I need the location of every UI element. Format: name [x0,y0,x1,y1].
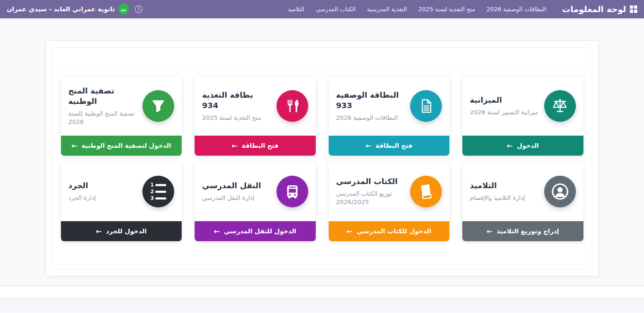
card-body: التلاميذ إدارة التلاميذ والإقسام [462,162,583,221]
card-action-label: الدخول [517,142,539,149]
card-action-label: الدخول للجرد [106,227,147,235]
card-title: الجرد [68,181,137,191]
card-body: الكتاب المدرسي توزيع الكتاب المدرسي 2026… [329,162,450,221]
card-action-label: الدخول للنقل المدرسي [224,227,296,235]
card-body: البطاقة الوصفية 933 البطاقات الوصفية 202… [329,76,450,136]
card-title: بطاقة التغذية 934 [202,90,271,111]
card-icon-circle [544,176,576,207]
page-background: الميزانية ميزانية التسيير لسنة 2026 الدخ… [0,18,644,286]
card-body: الميزانية ميزانية التسيير لسنة 2026 [462,76,583,136]
card-school-book: الكتاب المدرسي توزيع الكتاب المدرسي 2026… [329,162,450,241]
nav-item-students[interactable]: التلاميذ [288,6,304,13]
card-subtitle: إدارة الجرد [68,194,137,202]
card-subtitle: إدارة النقل المدرسي [202,194,271,202]
card-icon-circle [410,90,442,122]
card-title: الكتاب المدرسي [336,177,405,187]
card-subtitle: منح التغذية لسنة 2025 [202,114,271,122]
numbered-list-icon: 1 2 3 [150,182,166,201]
card-icon-circle [544,90,576,122]
card-title: التلاميذ [470,181,539,191]
card-subtitle: تصفية المنح الوطنية للسنة 2026 [68,109,137,126]
card-action-label: فتح البطاقة [242,142,279,149]
dashboard-grid-icon [630,5,637,13]
document-icon [418,98,434,114]
card-action-label: الدخول لتصفية المنح الوطنية [81,142,171,149]
nav-item-feeding-grants[interactable]: منح التغذية لسنة 2025 [418,6,475,13]
arrow-left-icon: ← [232,141,238,150]
clock-icon[interactable] [134,5,143,14]
card-action-button[interactable]: فتح البطاقة ← [195,136,316,156]
card-action-label: فتح البطاقة [375,142,412,149]
card-title: البطاقة الوصفية 933 [336,90,405,111]
card-title: النقل المدرسي [202,181,271,191]
card-body: تصفية المنح الوطنية تصفية المنح الوطنية … [61,76,182,136]
school-selector[interactable]: ث ثانوية عمراني العابد - سيدي عمران [7,4,129,15]
nav-item-school-feeding[interactable]: التغذية المدرسية [367,6,407,13]
modules-card-header [53,48,592,66]
modules-grid: الميزانية ميزانية التسيير لسنة 2026 الدخ… [53,66,592,252]
user-circle-icon [551,182,569,201]
card-icon-circle [410,176,442,207]
card-text: التلاميذ إدارة التلاميذ والإقسام [470,181,539,202]
top-navbar: لوحة المعلومات البطاقات الوصفية 2026 منح… [0,0,644,18]
card-descriptive-933: البطاقة الوصفية 933 البطاقات الوصفية 202… [329,76,450,156]
bus-icon [284,183,301,200]
card-action-button[interactable]: الدخول للكتاب المدرسي ← [329,221,450,241]
card-subtitle: توزيع الكتاب المدرسي 2026/2025 [336,189,405,207]
card-text: الكتاب المدرسي توزيع الكتاب المدرسي 2026… [336,177,405,207]
balance-scale-icon [551,97,569,115]
card-icon-circle [276,90,308,122]
card-body: 1 2 3 الجرد إدارة الجرد [61,162,182,221]
card-subtitle: ميزانية التسيير لسنة 2026 [470,108,539,116]
card-feeding-934: بطاقة التغذية 934 منح التغذية لسنة 2025 … [195,76,316,156]
school-name: ثانوية عمراني العابد - سيدي عمران [7,5,115,13]
arrow-left-icon: ← [71,141,77,150]
card-body: النقل المدرسي إدارة النقل المدرسي [195,162,316,221]
card-icon-circle [142,90,174,122]
brand[interactable]: لوحة المعلومات [562,4,637,14]
card-action-button[interactable]: فتح البطاقة ← [329,136,450,156]
card-text: تصفية المنح الوطنية تصفية المنح الوطنية … [68,86,137,126]
card-action-button[interactable]: الدخول ← [462,136,583,156]
footer-gray-strip [0,297,644,313]
card-title: الميزانية [470,95,539,106]
arrow-left-icon: ← [507,141,512,150]
card-body: بطاقة التغذية 934 منح التغذية لسنة 2025 [195,76,316,136]
card-icon-circle [276,176,308,207]
card-action-button[interactable]: الدخول لتصفية المنح الوطنية ← [61,136,182,156]
arrow-left-icon: ← [347,227,352,235]
card-text: البطاقة الوصفية 933 البطاقات الوصفية 202… [336,90,405,122]
card-action-button[interactable]: الدخول للنقل المدرسي ← [195,221,316,241]
brand-label: لوحة المعلومات [562,4,626,14]
card-school-transport: النقل المدرسي إدارة النقل المدرسي الدخول… [195,162,316,241]
arrow-left-icon: ← [365,141,371,150]
arrow-left-icon: ← [96,227,101,235]
footer-white-strip [0,286,644,297]
card-text: النقل المدرسي إدارة النقل المدرسي [202,181,271,202]
card-text: بطاقة التغذية 934 منح التغذية لسنة 2025 [202,90,271,122]
card-action-button[interactable]: إدراج وتوزيع التلاميذ ← [462,221,583,241]
card-text: الميزانية ميزانية التسيير لسنة 2026 [470,95,539,116]
book-icon [416,182,435,201]
main-panel: الميزانية ميزانية التسيير لسنة 2026 الدخ… [46,40,599,276]
card-title: تصفية المنح الوطنية [68,86,137,107]
card-text: الجرد إدارة الجرد [68,181,137,202]
card-action-label: إدراج وتوزيع التلاميذ [497,227,559,235]
card-action-label: الدخول للكتاب المدرسي [357,227,431,235]
school-badge: ث [118,4,129,15]
nav-item-school-book[interactable]: الكتاب المدرسي [316,6,356,13]
modules-card: الميزانية ميزانية التسيير لسنة 2026 الدخ… [52,47,592,270]
card-students: التلاميذ إدارة التلاميذ والإقسام إدراج و… [462,162,583,241]
utensils-icon [284,98,301,114]
card-subtitle: إدارة التلاميذ والإقسام [470,194,539,202]
navbar-left-cluster: ث ثانوية عمراني العابد - سيدي عمران [7,4,143,15]
card-icon-circle: 1 2 3 [142,176,174,207]
card-inventory: 1 2 3 الجرد إدارة الجرد الدخول للجرد ← [61,162,182,241]
card-action-button[interactable]: الدخول للجرد ← [61,221,182,241]
card-national-grants-filter: تصفية المنح الوطنية تصفية المنح الوطنية … [61,76,182,156]
filter-icon [150,98,167,114]
nav-links: البطاقات الوصفية 2026 منح التغذية لسنة 2… [288,6,546,13]
nav-item-descriptive-cards[interactable]: البطاقات الوصفية 2026 [487,6,546,13]
arrow-left-icon: ← [487,227,492,235]
card-budget: الميزانية ميزانية التسيير لسنة 2026 الدخ… [462,76,583,156]
